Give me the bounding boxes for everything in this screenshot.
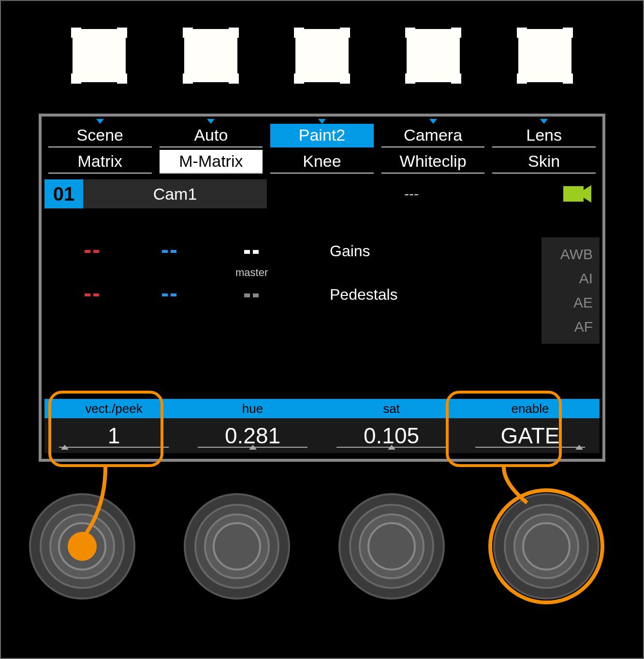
param-value-sat[interactable]: 0.105 xyxy=(322,423,461,449)
camera-status: --- xyxy=(267,179,556,208)
tab-label: Auto xyxy=(194,126,228,144)
svg-rect-5 xyxy=(518,29,571,82)
rotary-knob-2[interactable] xyxy=(184,493,290,600)
param-label-sat: sat xyxy=(322,401,461,416)
ai-item[interactable]: AI xyxy=(542,266,600,291)
tab-scene[interactable]: Scene xyxy=(48,124,152,147)
camera-icon xyxy=(556,179,600,208)
gains-label: Gains xyxy=(330,242,370,260)
svg-rect-4 xyxy=(407,29,460,82)
svg-rect-3 xyxy=(295,29,349,82)
pedestals-label: Pedestals xyxy=(330,286,398,304)
main-area: Gains master Pedestals AWB AI AE AF xyxy=(44,208,600,368)
physical-button-5[interactable] xyxy=(518,29,571,82)
tab-label: Paint2 xyxy=(299,126,345,144)
af-item[interactable]: AF xyxy=(542,315,600,339)
screen: Scene Auto Paint2 Camera Lens Matrix M-M… xyxy=(39,114,605,462)
camera-header: 01 Cam1 --- xyxy=(44,179,600,208)
svg-marker-7 xyxy=(584,185,591,203)
tab-label: M-Matrix xyxy=(179,152,243,170)
param-value-enable[interactable]: GATE xyxy=(461,423,600,449)
physical-button-3[interactable] xyxy=(295,29,349,82)
tab-row-2: Matrix M-Matrix Knee Whiteclip Skin xyxy=(44,148,600,175)
rotary-knob-4[interactable] xyxy=(493,493,600,600)
pedestals-red-indicator xyxy=(83,293,101,296)
tab-auto[interactable]: Auto xyxy=(160,124,263,147)
value-text: GATE xyxy=(501,423,560,448)
physical-button-2[interactable] xyxy=(184,29,237,82)
param-label-hue: hue xyxy=(183,401,322,416)
awb-item[interactable]: AWB xyxy=(542,242,600,266)
pedestals-blue-indicator xyxy=(161,293,178,296)
param-value-hue[interactable]: 0.281 xyxy=(183,423,322,449)
physical-buttons-row xyxy=(0,29,644,82)
tab-matrix[interactable]: Matrix xyxy=(48,150,152,174)
tab-label: Whiteclip xyxy=(400,152,467,170)
rotary-knob-3[interactable] xyxy=(338,493,445,600)
tab-whiteclip[interactable]: Whiteclip xyxy=(381,150,485,174)
tab-knee[interactable]: Knee xyxy=(270,150,374,174)
tab-lens[interactable]: Lens xyxy=(492,124,596,147)
physical-button-4[interactable] xyxy=(407,29,460,82)
parameter-bar: vect./peek hue sat enable 1 0.281 0.105 xyxy=(44,399,600,453)
tab-label: Knee xyxy=(303,152,341,170)
value-text: 1 xyxy=(108,423,120,448)
camera-name[interactable]: Cam1 xyxy=(83,179,267,208)
tab-camera[interactable]: Camera xyxy=(381,124,485,147)
param-label-vectpeek: vect./peek xyxy=(44,401,183,416)
tab-label: Scene xyxy=(77,126,123,144)
param-value-vectpeek[interactable]: 1 xyxy=(44,423,183,449)
tab-label: Camera xyxy=(404,126,462,144)
tab-label: Skin xyxy=(528,152,560,170)
svg-rect-6 xyxy=(563,186,584,202)
pedestals-master-indicator xyxy=(243,293,260,297)
physical-button-1[interactable] xyxy=(73,29,126,82)
tab-label: Matrix xyxy=(78,152,123,170)
tab-label: Lens xyxy=(526,126,562,144)
master-label: master xyxy=(235,266,268,279)
tab-m-matrix[interactable]: M-Matrix xyxy=(160,150,263,174)
gains-blue-indicator xyxy=(161,250,178,253)
gains-red-indicator xyxy=(83,250,101,253)
tab-skin[interactable]: Skin xyxy=(492,150,596,174)
gains-master-indicator xyxy=(243,250,260,254)
camera-number[interactable]: 01 xyxy=(44,179,83,208)
tab-paint2[interactable]: Paint2 xyxy=(270,124,374,147)
rotary-knob-1[interactable] xyxy=(29,493,135,600)
tab-row-1: Scene Auto Paint2 Camera Lens xyxy=(44,122,600,148)
ae-item[interactable]: AE xyxy=(542,291,600,315)
auto-modes-panel: AWB AI AE AF xyxy=(542,237,600,344)
svg-rect-2 xyxy=(184,29,237,82)
param-label-enable: enable xyxy=(461,401,600,416)
